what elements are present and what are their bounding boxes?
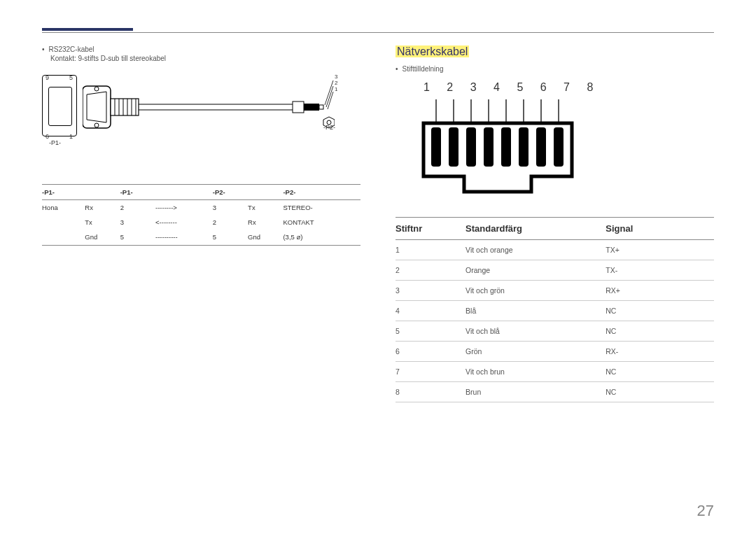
header-accent-rule [42, 28, 133, 31]
cell: NC [606, 301, 714, 321]
th [248, 185, 283, 200]
pin-label-1: 1 [69, 133, 73, 140]
th: -P1- [120, 185, 155, 200]
cell: 7 [396, 362, 465, 382]
left-column: RS232C-kabel Kontakt: 9-stifts D-sub til… [42, 45, 360, 402]
network-pin-table: Stiftnr Standardfärg Signal 1Vit och ora… [396, 217, 714, 402]
cell: 6 [396, 342, 465, 362]
table-header-row: Stiftnr Standardfärg Signal [396, 218, 714, 240]
cell: ---------- [155, 230, 213, 245]
table-row: 4BlåNC [396, 301, 714, 321]
th-signal: Signal [606, 218, 714, 240]
rs232c-pin-table-wrap: -P1- -P1- -P2- -P2- Hona Rx 2 ------- [42, 184, 360, 246]
network-cable-heading: Nätverkskabel [396, 45, 714, 58]
th-color: Standardfärg [465, 218, 606, 240]
cell: STEREO- [283, 200, 360, 216]
cell: Gnd [85, 230, 120, 245]
cell [42, 215, 85, 230]
cell: 2 [213, 215, 248, 230]
cell: 2 [120, 200, 155, 216]
table-row: 8BrunNC [396, 382, 714, 402]
cell: Gnd [248, 230, 283, 245]
table-row: 6GrönRX- [396, 342, 714, 362]
table-row: Gnd 5 ---------- 5 Gnd (3,5 ø) [42, 230, 360, 245]
table-row: 1Vit och orangeTX+ [396, 240, 714, 260]
cell: Vit och blå [465, 321, 606, 342]
table-row: 5Vit och blåNC [396, 321, 714, 342]
page-number: 27 [697, 502, 714, 520]
cell: 1 [396, 240, 465, 260]
table-row: 3Vit och grönRX+ [396, 281, 714, 301]
dsub-inner [48, 87, 72, 126]
cell: KONTAKT [283, 215, 360, 230]
pin-label-9: 9 [46, 74, 49, 81]
th: -P2- [213, 185, 248, 200]
cell: --------> [155, 200, 213, 216]
svg-point-2 [94, 123, 99, 127]
cell: <-------- [155, 215, 213, 230]
table-header-row: -P1- -P1- -P2- -P2- [42, 185, 360, 200]
table-row: Tx 3 <-------- 2 Rx KONTAKT [42, 215, 360, 230]
th: -P1- [42, 185, 85, 200]
cell: RX+ [606, 281, 714, 301]
cell [42, 230, 85, 245]
cell: Rx [248, 215, 283, 230]
svg-point-1 [94, 87, 99, 91]
cell: Vit och orange [465, 240, 606, 260]
cell: Rx [85, 200, 120, 216]
th [155, 185, 213, 200]
cell: Tx [248, 200, 283, 216]
header-full-rule [42, 32, 714, 33]
cell: Blå [465, 301, 606, 321]
rs232c-diagram: 9 5 6 1 -P1- [42, 72, 360, 177]
right-column: Nätverkskabel Stifttilldelning 1 2 3 4 5… [396, 45, 714, 402]
cell: Grön [465, 342, 606, 362]
cell: Tx [85, 215, 120, 230]
rs232c-bullet: RS232C-kabel [42, 45, 360, 53]
svg-rect-33 [519, 127, 528, 167]
svg-rect-13 [304, 104, 319, 111]
svg-rect-31 [484, 127, 493, 167]
svg-line-16 [326, 86, 333, 107]
cell: 3 [396, 281, 465, 301]
cell: (3,5 ø) [283, 230, 360, 245]
cable-svg [83, 79, 335, 142]
svg-rect-30 [466, 127, 476, 167]
cell: 2 [396, 260, 465, 281]
pin-assignment-bullet: Stifttilldelning [396, 65, 714, 73]
rs232c-pin-table: -P1- -P1- -P2- -P2- Hona Rx 2 ------- [42, 184, 360, 245]
cell: 5 [213, 230, 248, 245]
th-pin: Stiftnr [396, 218, 465, 240]
table-row: 7Vit och brunNC [396, 362, 714, 382]
table-row: Hona Rx 2 --------> 3 Tx STEREO- [42, 200, 360, 216]
p2-label: -P2- [323, 124, 335, 131]
th [85, 185, 120, 200]
connector-description: Kontakt: 9-stifts D-sub till stereokabel [50, 55, 360, 62]
cell: Vit och grön [465, 281, 606, 301]
p2-pin-numbers: 3 2 1 [335, 73, 337, 92]
svg-rect-14 [319, 105, 323, 109]
cell: Vit och brun [465, 362, 606, 382]
pin-label-5: 5 [69, 74, 73, 81]
cell: TX+ [606, 240, 714, 260]
cell: 5 [120, 230, 155, 245]
cell: 3 [120, 215, 155, 230]
cell: TX- [606, 260, 714, 281]
rj45-connector-icon [419, 99, 580, 204]
p1-label: -P1- [49, 139, 61, 146]
cell: Hona [42, 200, 85, 216]
svg-rect-12 [293, 101, 304, 113]
cell: 5 [396, 321, 465, 342]
cell: Orange [465, 260, 606, 281]
th: -P2- [283, 185, 360, 200]
rj45-pin-numbers: 1 2 3 4 5 6 7 8 [424, 81, 714, 94]
svg-rect-29 [449, 127, 458, 167]
two-column-layout: RS232C-kabel Kontakt: 9-stifts D-sub til… [42, 45, 714, 402]
cell: RX- [606, 342, 714, 362]
svg-rect-35 [554, 127, 564, 167]
svg-line-15 [325, 80, 333, 105]
cell: NC [606, 362, 714, 382]
table-row: 2OrangeTX- [396, 260, 714, 281]
cell: NC [606, 321, 714, 342]
dsub-connector: 9 5 6 1 [42, 75, 77, 136]
